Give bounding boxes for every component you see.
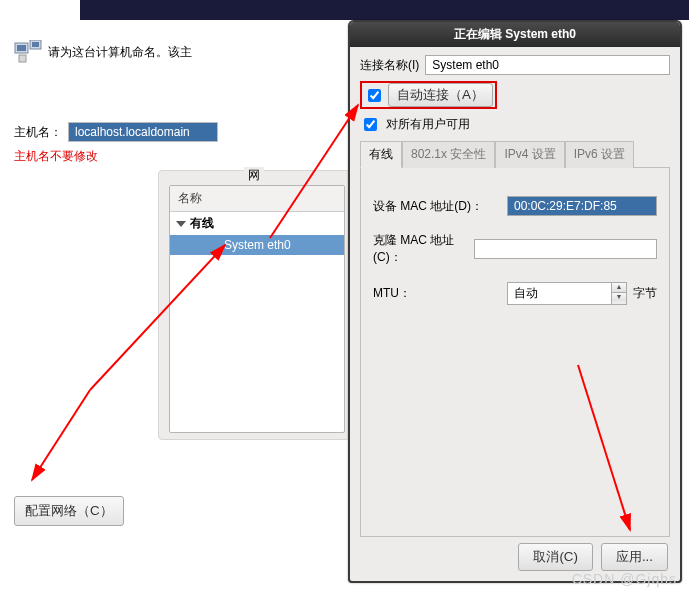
network-panel: 网 名称 有线 System eth0 bbox=[158, 170, 350, 440]
dialog-title: 正在编辑 System eth0 bbox=[350, 22, 680, 47]
hostname-warning: 主机名不要修改 bbox=[14, 148, 326, 165]
all-users-label: 对所有用户可用 bbox=[386, 116, 470, 133]
tabs: 有线 802.1x 安全性 IPv4 设置 IPv6 设置 bbox=[360, 140, 670, 167]
computer-icon bbox=[14, 40, 42, 64]
tab-8021x[interactable]: 802.1x 安全性 bbox=[402, 141, 495, 168]
hostname-input[interactable] bbox=[68, 122, 218, 142]
connections-list[interactable]: 名称 有线 System eth0 bbox=[169, 185, 345, 433]
hostname-label: 主机名： bbox=[14, 124, 62, 141]
svg-rect-3 bbox=[32, 42, 39, 47]
auto-connect-highlight: 自动连接（A） bbox=[360, 81, 497, 109]
column-name-header: 名称 bbox=[170, 186, 344, 212]
svg-rect-1 bbox=[17, 45, 26, 51]
tabpane-wired: 设备 MAC 地址(D)： 00:0C:29:E7:DF:85 克隆 MAC 地… bbox=[360, 167, 670, 537]
tab-ipv4[interactable]: IPv4 设置 bbox=[495, 141, 564, 168]
tab-wired[interactable]: 有线 bbox=[360, 141, 402, 168]
watermark: CSDN @Gjqhs bbox=[572, 571, 677, 587]
auto-connect-checkbox[interactable] bbox=[368, 89, 381, 102]
mtu-label: MTU： bbox=[373, 285, 501, 302]
apply-button[interactable]: 应用... bbox=[601, 543, 668, 571]
spin-down-icon[interactable]: ▼ bbox=[612, 292, 626, 301]
device-mac-value[interactable]: 00:0C:29:E7:DF:85 bbox=[507, 196, 657, 216]
mtu-spinner[interactable]: ▲ ▼ bbox=[612, 282, 627, 305]
connection-item-system-eth0[interactable]: System eth0 bbox=[170, 235, 344, 255]
wired-group-row[interactable]: 有线 bbox=[170, 212, 344, 235]
svg-line-7 bbox=[32, 390, 90, 480]
connection-name-label: 连接名称(I) bbox=[360, 57, 419, 74]
spin-up-icon[interactable]: ▲ bbox=[612, 283, 626, 292]
connection-name-input[interactable] bbox=[425, 55, 670, 75]
mtu-unit: 字节 bbox=[633, 285, 657, 302]
clone-mac-input[interactable] bbox=[474, 239, 657, 259]
device-mac-label: 设备 MAC 地址(D)： bbox=[373, 198, 501, 215]
all-users-checkbox[interactable] bbox=[364, 118, 377, 131]
configure-network-button[interactable]: 配置网络（C） bbox=[14, 496, 124, 526]
network-panel-title: 网 bbox=[244, 167, 264, 184]
cancel-button[interactable]: 取消(C) bbox=[518, 543, 593, 571]
hostname-prompt: 请为这台计算机命名。该主 bbox=[48, 44, 192, 61]
expand-triangle-icon bbox=[176, 221, 186, 227]
tab-ipv6[interactable]: IPv6 设置 bbox=[565, 141, 634, 168]
svg-rect-4 bbox=[19, 55, 26, 62]
clone-mac-label: 克隆 MAC 地址(C)： bbox=[373, 232, 468, 266]
auto-connect-button[interactable]: 自动连接（A） bbox=[388, 83, 493, 107]
wired-group-label: 有线 bbox=[190, 216, 214, 230]
mtu-value[interactable]: 自动 bbox=[507, 282, 612, 305]
edit-connection-dialog: 正在编辑 System eth0 连接名称(I) 自动连接（A） 对所有用户可用… bbox=[348, 20, 682, 583]
